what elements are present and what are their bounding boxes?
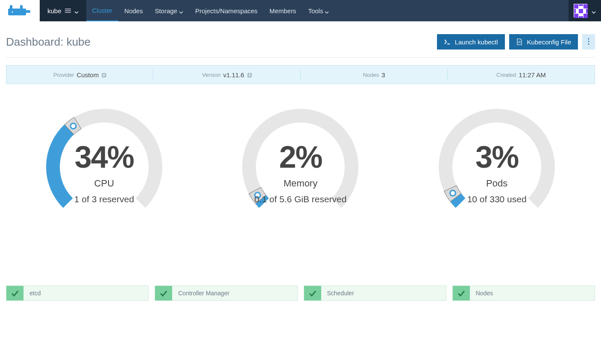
info-version: Version v1.11.6 xyxy=(153,66,300,84)
nav-item-nodes[interactable]: Nodes xyxy=(118,0,149,21)
nav-item-tools[interactable]: Tools xyxy=(302,0,335,21)
svg-rect-10 xyxy=(583,4,588,9)
svg-rect-0 xyxy=(8,9,26,15)
svg-rect-14 xyxy=(574,9,576,13)
gauge-percent: 34% xyxy=(75,140,134,175)
more-actions-button[interactable] xyxy=(582,34,595,50)
bars-icon xyxy=(65,8,71,14)
svg-rect-7 xyxy=(65,12,71,13)
nav-item-projects-namespaces[interactable]: Projects/Namespaces xyxy=(189,0,264,21)
svg-point-22 xyxy=(588,41,589,42)
gauge-subtitle: 1 of 3 reserved xyxy=(74,194,134,204)
svg-rect-17 xyxy=(579,16,583,18)
svg-rect-27 xyxy=(249,73,252,76)
component-label: Controller Manager xyxy=(172,286,235,300)
svg-rect-1 xyxy=(10,5,12,9)
info-provider: Provider Custom xyxy=(6,66,153,84)
component-label: Scheduler xyxy=(321,286,360,300)
gauge-title: CPU xyxy=(94,178,114,189)
svg-rect-13 xyxy=(583,14,588,18)
nav-item-storage[interactable]: Storage xyxy=(149,0,189,21)
nav-items: ClusterNodesStorageProjects/NamespacesMe… xyxy=(86,0,335,21)
gauge-subtitle: 10 of 330 used xyxy=(467,194,527,204)
cluster-selector[interactable]: kube xyxy=(40,0,86,21)
component-status-nodes: Nodes xyxy=(452,285,595,301)
svg-rect-24 xyxy=(102,74,105,77)
terminal-icon xyxy=(444,38,451,45)
launch-kubectl-button[interactable]: Launch kubectl xyxy=(437,34,505,50)
file-icon xyxy=(516,38,523,45)
svg-rect-16 xyxy=(579,4,583,6)
nav-item-cluster[interactable]: Cluster xyxy=(86,0,119,21)
user-menu[interactable] xyxy=(569,0,601,21)
gauge-percent: 2% xyxy=(279,140,322,175)
rancher-logo[interactable] xyxy=(0,0,40,21)
svg-rect-12 xyxy=(574,14,578,18)
info-nodes: Nodes 3 xyxy=(301,66,448,84)
page-content: Dashboard: kube Launch kubectl Kubeconfi… xyxy=(0,21,601,309)
chevron-down-icon xyxy=(325,9,329,13)
cluster-selector-name: kube xyxy=(47,7,62,15)
gauge-memory: 2%Memory0.1 of 5.6 GiB reserved xyxy=(211,105,390,204)
gauges-row: 34%CPU1 of 3 reserved2%Memory0.1 of 5.6 … xyxy=(6,84,595,221)
avatar xyxy=(574,4,587,17)
check-icon xyxy=(453,286,470,300)
gauge-pods: 3%Pods10 of 330 used xyxy=(407,105,586,204)
cow-logo-icon xyxy=(7,4,33,17)
copy-icon[interactable] xyxy=(247,72,252,77)
svg-point-21 xyxy=(588,38,589,39)
check-icon xyxy=(6,286,23,300)
svg-point-30 xyxy=(70,123,76,129)
component-label: etcd xyxy=(23,286,47,300)
top-nav: kube ClusterNodesStorageProjects/Namespa… xyxy=(0,0,601,21)
svg-point-4 xyxy=(12,12,13,13)
component-status-etcd: etcd xyxy=(6,285,149,301)
gauge-subtitle: 0.1 of 5.6 GiB reserved xyxy=(255,194,347,204)
cluster-info-banner: Provider Custom Version v1.11.6 Nodes 3 … xyxy=(6,65,595,84)
check-icon xyxy=(155,286,172,300)
svg-rect-25 xyxy=(103,73,106,76)
check-icon xyxy=(304,286,321,300)
chevron-down-icon xyxy=(179,9,183,13)
chevron-down-icon xyxy=(74,9,79,13)
gauge-cpu: 34%CPU1 of 3 reserved xyxy=(15,105,194,204)
components-row: etcdController ManagerSchedulerNodes xyxy=(6,221,595,309)
nav-item-members[interactable]: Members xyxy=(264,0,302,21)
svg-rect-26 xyxy=(248,74,251,77)
page-header: Dashboard: kube Launch kubectl Kubeconfi… xyxy=(6,21,595,58)
component-status-controller-manager: Controller Manager xyxy=(155,285,297,301)
chevron-down-icon xyxy=(592,9,596,13)
component-status-scheduler: Scheduler xyxy=(304,285,446,301)
gauge-percent: 3% xyxy=(475,140,518,175)
page-title: Dashboard: kube xyxy=(6,35,91,49)
svg-point-23 xyxy=(588,43,589,44)
svg-rect-11 xyxy=(579,9,583,13)
svg-rect-9 xyxy=(574,4,578,9)
svg-rect-5 xyxy=(65,9,71,9)
svg-point-36 xyxy=(450,190,456,196)
svg-rect-15 xyxy=(586,9,588,13)
info-created: Created 11:27 AM xyxy=(448,66,595,84)
kebab-icon xyxy=(588,38,589,46)
svg-rect-2 xyxy=(20,5,23,9)
svg-rect-3 xyxy=(25,10,30,13)
copy-icon[interactable] xyxy=(101,72,106,77)
kubeconfig-file-button[interactable]: Kubeconfig File xyxy=(509,34,578,50)
gauge-title: Memory xyxy=(284,178,317,189)
component-label: Nodes xyxy=(470,286,499,300)
gauge-title: Pods xyxy=(486,178,507,189)
svg-rect-6 xyxy=(65,10,71,11)
